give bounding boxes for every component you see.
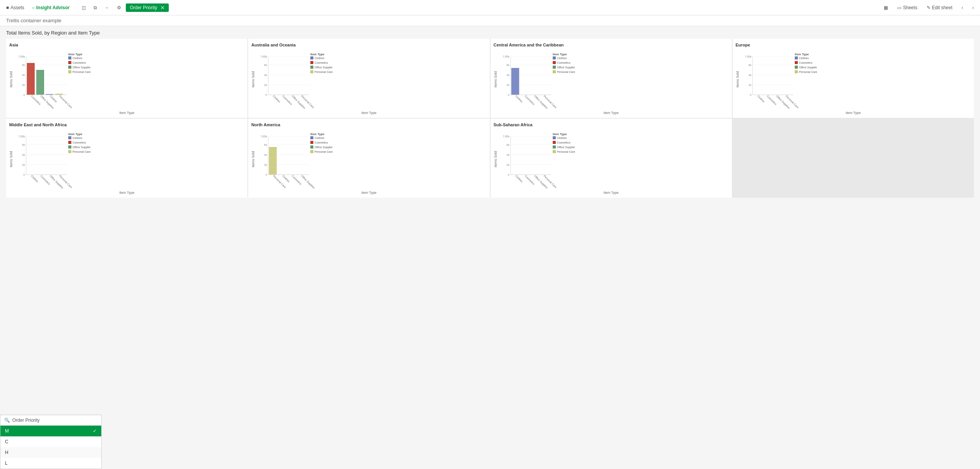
sheets-button[interactable]: ▭ Sheets bbox=[894, 3, 920, 12]
svg-text:Personal Care: Personal Care bbox=[799, 70, 817, 74]
svg-rect-46 bbox=[310, 56, 313, 59]
cell-region-title: Middle East and North Africa bbox=[9, 122, 244, 127]
bar-chart: 02k4k6k7.65kClothesCosmeticsOffice Suppl… bbox=[498, 129, 575, 190]
svg-text:0: 0 bbox=[508, 173, 509, 176]
svg-text:4k: 4k bbox=[22, 74, 25, 76]
svg-rect-126 bbox=[68, 145, 71, 149]
svg-text:Office Supplies: Office Supplies bbox=[315, 66, 333, 69]
svg-rect-50 bbox=[310, 66, 313, 69]
main-area: Total Items Sold, by Region and Item Typ… bbox=[0, 26, 980, 201]
svg-rect-52 bbox=[310, 70, 313, 73]
svg-rect-124 bbox=[68, 141, 71, 144]
svg-text:7.65k: 7.65k bbox=[745, 55, 752, 58]
trellis-grid: Asia Items Sold 02k4k6k7.65kCosmeticsOff… bbox=[6, 39, 974, 198]
svg-text:2k: 2k bbox=[506, 163, 509, 166]
svg-text:Office Supplies: Office Supplies bbox=[557, 66, 575, 69]
trellis-cell: Asia Items Sold 02k4k6k7.65kCosmeticsOff… bbox=[6, 39, 247, 118]
grid-icon: ◫ bbox=[82, 5, 86, 10]
bar-chart: 02k4k6k7.65kCosmeticsOffice SuppliesClot… bbox=[14, 49, 91, 110]
svg-rect-10 bbox=[27, 63, 35, 95]
x-axis-label: Item Type bbox=[736, 111, 971, 115]
x-axis-label: Item Type bbox=[9, 111, 244, 115]
trellis-cell: Middle East and North Africa Items Sold … bbox=[6, 119, 247, 198]
chart-title: Total Items Sold, by Region and Item Typ… bbox=[6, 30, 974, 36]
svg-rect-101 bbox=[795, 66, 798, 69]
expand-button[interactable]: ⧉ bbox=[91, 3, 100, 12]
svg-text:0: 0 bbox=[23, 94, 25, 96]
svg-rect-21 bbox=[68, 56, 71, 59]
svg-text:Clothes: Clothes bbox=[315, 136, 324, 140]
svg-text:Personal Care: Personal Care bbox=[72, 150, 91, 154]
svg-rect-99 bbox=[795, 61, 798, 64]
bar-chart: 02k4k6k7.65kClothesCosmeticsOffice Suppl… bbox=[14, 129, 91, 190]
next-button[interactable]: › bbox=[969, 3, 977, 12]
y-axis-label: Items Sold bbox=[494, 129, 497, 190]
svg-text:0: 0 bbox=[265, 94, 267, 96]
close-tab-icon[interactable]: ✕ bbox=[160, 5, 165, 10]
back-button[interactable]: ← bbox=[102, 3, 112, 12]
svg-text:Clothes: Clothes bbox=[757, 95, 765, 103]
toolbar-right: ▦ ▭ Sheets ✎ Edit sheet ‹ › bbox=[881, 3, 977, 12]
svg-text:0: 0 bbox=[23, 173, 25, 176]
trellis-cell: Europe Items Sold 02k4k6k7.65kClothesCos… bbox=[733, 39, 974, 118]
svg-rect-122 bbox=[68, 136, 71, 139]
svg-text:0: 0 bbox=[750, 94, 751, 96]
svg-text:Clothes: Clothes bbox=[31, 175, 39, 183]
svg-text:Office Supplies: Office Supplies bbox=[301, 175, 316, 190]
svg-text:2k: 2k bbox=[506, 84, 509, 86]
sheets-icon: ▭ bbox=[897, 5, 901, 10]
svg-text:6k: 6k bbox=[506, 64, 509, 66]
svg-rect-64 bbox=[511, 68, 519, 95]
svg-text:Item Type: Item Type bbox=[310, 53, 324, 56]
svg-text:7.65k: 7.65k bbox=[18, 135, 25, 138]
trellis-cell: Sub-Saharan Africa Items Sold 02k4k6k7.6… bbox=[491, 119, 732, 198]
svg-rect-78 bbox=[553, 70, 556, 73]
svg-text:4k: 4k bbox=[748, 74, 751, 76]
svg-text:4k: 4k bbox=[264, 154, 267, 156]
svg-rect-173 bbox=[553, 136, 556, 139]
svg-text:Item Type: Item Type bbox=[553, 132, 567, 136]
insight-advisor-button[interactable]: ○ Insight Advisor bbox=[29, 3, 72, 12]
svg-text:Office Supplies: Office Supplies bbox=[72, 66, 91, 69]
insight-icon: ○ bbox=[32, 5, 35, 10]
cell-region-title: Europe bbox=[736, 43, 971, 47]
svg-text:6k: 6k bbox=[748, 64, 751, 66]
svg-text:4k: 4k bbox=[22, 154, 25, 156]
svg-rect-74 bbox=[553, 61, 556, 64]
table-view-button[interactable]: ▦ bbox=[881, 3, 891, 12]
grid-icon-button[interactable]: ◫ bbox=[79, 3, 89, 12]
svg-rect-25 bbox=[68, 66, 71, 69]
prev-button[interactable]: ‹ bbox=[959, 3, 966, 12]
svg-text:Clothes: Clothes bbox=[282, 175, 290, 183]
svg-text:6k: 6k bbox=[506, 144, 509, 146]
svg-text:Clothes: Clothes bbox=[799, 56, 809, 60]
bar-chart: 02k4k6k7.65kPersonal CareClothesCosmetic… bbox=[256, 129, 333, 190]
order-priority-tab[interactable]: Order Priority ✕ bbox=[126, 3, 168, 12]
svg-rect-148 bbox=[310, 136, 313, 139]
svg-text:Clothes: Clothes bbox=[273, 95, 281, 103]
svg-text:Cosmetics: Cosmetics bbox=[315, 61, 328, 64]
y-axis-label: Items Sold bbox=[9, 129, 13, 190]
svg-text:Item Type: Item Type bbox=[795, 53, 809, 56]
prev-icon: ‹ bbox=[962, 5, 963, 10]
settings-button[interactable]: ⚙ bbox=[114, 3, 124, 12]
svg-rect-76 bbox=[553, 66, 556, 69]
svg-text:Office Supplies: Office Supplies bbox=[315, 145, 333, 149]
assets-button[interactable]: ■ Assets bbox=[3, 3, 27, 12]
cell-region-title: North America bbox=[251, 122, 486, 127]
svg-text:Clothes: Clothes bbox=[49, 95, 58, 103]
svg-rect-152 bbox=[310, 145, 313, 149]
svg-text:7.65k: 7.65k bbox=[260, 135, 267, 138]
cell-region-title: Australia and Oceania bbox=[251, 43, 486, 47]
svg-text:7.65k: 7.65k bbox=[18, 55, 25, 58]
svg-rect-179 bbox=[553, 150, 556, 153]
x-axis-label: Item Type bbox=[494, 111, 729, 115]
svg-text:Personal Care: Personal Care bbox=[315, 70, 333, 74]
svg-text:Office Supplies: Office Supplies bbox=[557, 145, 575, 149]
svg-text:Cosmetics: Cosmetics bbox=[72, 141, 86, 144]
expand-icon: ⧉ bbox=[94, 5, 97, 10]
edit-sheet-button[interactable]: ✎ Edit sheet bbox=[924, 3, 955, 12]
svg-text:2k: 2k bbox=[748, 84, 751, 86]
svg-text:6k: 6k bbox=[22, 64, 25, 66]
svg-rect-103 bbox=[795, 70, 798, 73]
